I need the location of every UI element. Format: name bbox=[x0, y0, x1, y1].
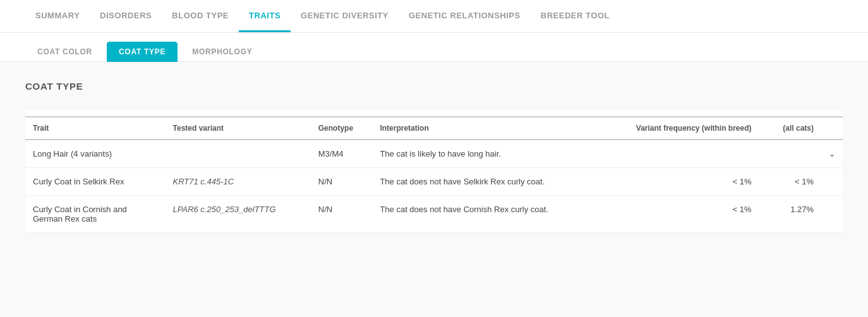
subnav-coat-color[interactable]: COAT COLOR bbox=[25, 42, 104, 62]
cell-trait-2: Curly Coat in Cornish and German Rex cat… bbox=[25, 196, 166, 233]
subnav-coat-type[interactable]: COAT TYPE bbox=[107, 42, 178, 62]
col-header-tested-variant: Tested variant bbox=[166, 117, 311, 140]
table-row: Long Hair (4 variants) M3/M4 The cat is … bbox=[25, 140, 843, 168]
cell-trait-0: Long Hair (4 variants) bbox=[25, 140, 166, 168]
sub-navigation: COAT COLOR COAT TYPE MORPHOLOGY bbox=[0, 33, 868, 62]
col-header-trait: Trait bbox=[25, 117, 166, 140]
nav-item-blood-type[interactable]: BLOOD TYPE bbox=[162, 0, 239, 32]
cell-freq-breed-2: < 1% bbox=[598, 196, 759, 233]
nav-item-breeder-tool[interactable]: BREEDER TOOL bbox=[531, 0, 620, 32]
table-row: Curly Coat in Selkirk Rex KRT71 c.445-1C… bbox=[25, 168, 843, 196]
chevron-down-icon: ⌄ bbox=[829, 150, 835, 158]
row-expand-empty-2 bbox=[821, 196, 843, 233]
subnav-morphology[interactable]: MORPHOLOGY bbox=[180, 42, 264, 62]
nav-item-summary[interactable]: SUMMARY bbox=[25, 0, 90, 32]
table-row: Curly Coat in Cornish and German Rex cat… bbox=[25, 196, 843, 233]
top-navigation: SUMMARY DISORDERS BLOOD TYPE TRAITS GENE… bbox=[0, 0, 868, 33]
cell-freq-all-1: < 1% bbox=[759, 168, 822, 196]
cell-genotype-0: M3/M4 bbox=[311, 140, 373, 168]
cell-freq-breed-0 bbox=[598, 140, 759, 168]
cell-genotype-1: N/N bbox=[311, 168, 373, 196]
col-header-interpretation: Interpretation bbox=[372, 117, 598, 140]
cell-tested-variant-1: KRT71 c.445-1C bbox=[166, 168, 311, 196]
coat-type-table: Trait Tested variant Genotype Interpreta… bbox=[25, 111, 843, 233]
cell-trait-1: Curly Coat in Selkirk Rex bbox=[25, 168, 166, 196]
cell-genotype-2: N/N bbox=[311, 196, 373, 233]
row-expand-chevron-0[interactable]: ⌄ bbox=[821, 140, 843, 168]
cell-freq-all-0 bbox=[759, 140, 822, 168]
col-header-freq-breed: Variant frequency (within breed) bbox=[598, 117, 759, 140]
cell-tested-variant-0 bbox=[166, 140, 311, 168]
cell-interpretation-0: The cat is likely to have long hair. bbox=[372, 140, 598, 168]
main-content: COAT TYPE Trait Tested variant Genotype … bbox=[0, 62, 868, 314]
table-header-row: Trait Tested variant Genotype Interpreta… bbox=[25, 117, 843, 140]
section-title: COAT TYPE bbox=[25, 81, 843, 92]
row-expand-empty-1 bbox=[821, 168, 843, 196]
nav-item-genetic-diversity[interactable]: GENETIC DIVERSITY bbox=[291, 0, 399, 32]
nav-item-traits[interactable]: TRAITS bbox=[239, 0, 291, 32]
nav-item-disorders[interactable]: DISORDERS bbox=[90, 0, 162, 32]
cell-interpretation-2: The cat does not have Cornish Rex curly … bbox=[372, 196, 598, 233]
cell-freq-all-2: 1.27% bbox=[759, 196, 822, 233]
cell-tested-variant-2: LPAR6 c.250_253_delTTTG bbox=[166, 196, 311, 233]
nav-item-genetic-relationships[interactable]: GENETIC RELATIONSHIPS bbox=[399, 0, 531, 32]
cell-freq-breed-1: < 1% bbox=[598, 168, 759, 196]
col-header-genotype: Genotype bbox=[311, 117, 373, 140]
cell-interpretation-1: The cat does not have Selkirk Rex curly … bbox=[372, 168, 598, 196]
col-header-freq-all: (all cats) bbox=[759, 117, 822, 140]
